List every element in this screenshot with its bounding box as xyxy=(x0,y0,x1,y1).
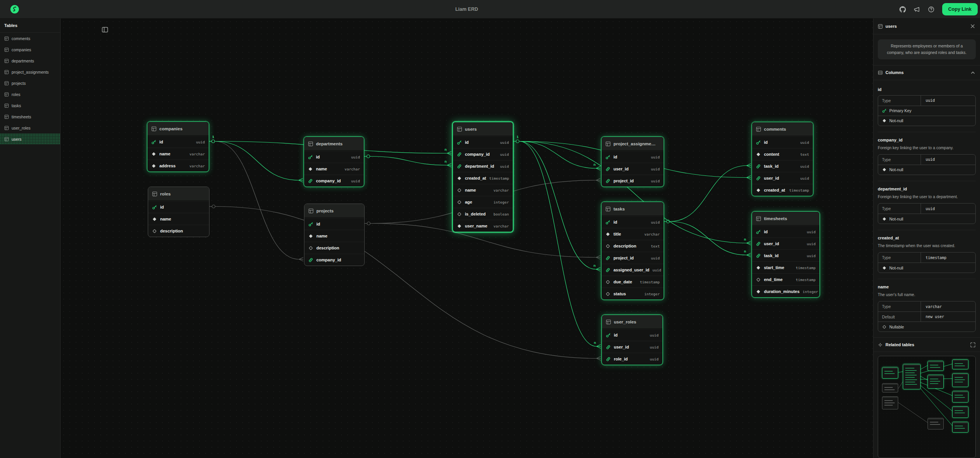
table-name: projects xyxy=(316,209,334,213)
column-row-companies-address[interactable]: addressvarchar xyxy=(147,160,209,172)
help-icon[interactable] xyxy=(928,6,934,13)
close-icon[interactable] xyxy=(970,23,976,29)
column-row-departments-id[interactable]: iduuid xyxy=(304,151,364,163)
column-row-tasks-due_date[interactable]: due_datetimestamp xyxy=(602,276,664,288)
sidebar-item-departments[interactable]: departments xyxy=(0,55,60,66)
column-row-comments-task_id[interactable]: task_iduuid xyxy=(752,160,813,172)
table-icon xyxy=(4,103,9,108)
column-row-project_assignments-project_id[interactable]: project_iduuid xyxy=(602,175,664,187)
table-node-companies[interactable]: companiesiduuidnamevarcharaddressvarchar xyxy=(147,121,209,172)
column-name: name xyxy=(159,152,171,156)
column-row-projects-description[interactable]: description xyxy=(304,242,364,254)
column-row-users-company_id[interactable]: company_iduuid xyxy=(453,148,513,160)
column-row-timesheets-user_id[interactable]: user_iduuid xyxy=(752,237,819,249)
column-row-roles-description[interactable]: description xyxy=(148,225,209,237)
column-row-timesheets-duration_minutes[interactable]: duration_minutesinteger xyxy=(752,285,819,297)
column-row-timesheets-task_id[interactable]: task_iduuid xyxy=(752,249,819,261)
column-row-departments-name[interactable]: namevarchar xyxy=(304,163,364,175)
chevron-up-icon[interactable] xyxy=(970,70,976,76)
column-row-timesheets-end_time[interactable]: end_timetimestamp xyxy=(752,273,819,285)
table-name: user_roles xyxy=(614,320,636,324)
table-node-projects[interactable]: projectsidnamedescriptioncompany_id xyxy=(304,204,365,266)
svg-text:1: 1 xyxy=(517,135,519,139)
table-node-tasks[interactable]: tasksiduuidtitlevarchardescriptiontextpr… xyxy=(601,202,664,300)
sidebar-item-tasks[interactable]: tasks xyxy=(0,100,60,111)
table-node-departments[interactable]: departmentsiduuidnamevarcharcompany_iduu… xyxy=(304,136,364,187)
erd-canvas[interactable]: 11nn1nnnnn companiesiduuidnamevarcharadd… xyxy=(61,19,873,458)
column-row-users-age[interactable]: ageinteger xyxy=(453,196,513,208)
column-row-projects-company_id[interactable]: company_id xyxy=(304,254,364,266)
column-row-users-is_deleted[interactable]: is_deletedboolean xyxy=(453,208,513,220)
column-row-timesheets-id[interactable]: iduuid xyxy=(752,226,819,237)
copy-link-button[interactable]: Copy Link xyxy=(942,3,978,15)
column-row-comments-content[interactable]: contenttext xyxy=(752,148,813,160)
column-type: uuid xyxy=(800,176,809,180)
diamond-outline-icon xyxy=(605,280,610,285)
app-title: Liam ERD xyxy=(61,0,873,19)
column-row-companies-name[interactable]: namevarchar xyxy=(147,148,209,160)
column-row-tasks-description[interactable]: descriptiontext xyxy=(602,240,664,252)
panel-toggle-button[interactable] xyxy=(101,25,109,34)
column-row-user_roles-role_id[interactable]: role_iduuid xyxy=(602,353,662,365)
diamond-filled-icon xyxy=(605,232,610,237)
megaphone-icon[interactable] xyxy=(914,6,920,13)
column-row-comments-user_id[interactable]: user_iduuid xyxy=(752,172,813,184)
column-name: user_id xyxy=(613,167,629,171)
sidebar-item-roles[interactable]: roles xyxy=(0,89,60,100)
sidebar-item-label: timesheets xyxy=(12,114,31,119)
column-row-companies-id[interactable]: iduuid xyxy=(147,136,209,148)
column-row-project_assignments-id[interactable]: iduuid xyxy=(602,151,664,163)
sidebar-item-comments[interactable]: comments xyxy=(0,33,60,44)
column-row-users-name[interactable]: namevarchar xyxy=(453,184,513,196)
sidebar-item-projects[interactable]: projects xyxy=(0,77,60,89)
column-name: created_at xyxy=(764,188,785,192)
column-row-user_roles-user_id[interactable]: user_iduuid xyxy=(602,341,662,353)
column-row-tasks-status[interactable]: statusinteger xyxy=(602,288,664,300)
column-row-comments-created_at[interactable]: created_attimestamp xyxy=(752,184,813,196)
column-row-departments-company_id[interactable]: company_iduuid xyxy=(304,175,364,187)
fit-view-icon[interactable] xyxy=(970,342,976,348)
diamond-outline-icon xyxy=(308,246,313,251)
sidebar-item-project_assignments[interactable]: project_assignments xyxy=(0,66,60,77)
table-node-users[interactable]: usersiduuidcompany_iduuiddepartment_iduu… xyxy=(452,121,514,232)
related-tables-minimap[interactable] xyxy=(878,356,976,458)
flag-label: Not-null xyxy=(889,266,903,270)
sidebar-header: Tables xyxy=(0,19,60,33)
column-row-comments-id[interactable]: iduuid xyxy=(752,136,813,148)
column-row-users-user_name[interactable]: user_namevarchar xyxy=(453,220,513,232)
table-node-roles[interactable]: rolesidnamedescription xyxy=(148,187,210,237)
table-node-user_roles[interactable]: user_rolesiduuiduser_iduuidrole_iduuid xyxy=(602,315,663,365)
table-node-project_assignments[interactable]: project_assignme…iduuiduser_iduuidprojec… xyxy=(601,136,664,187)
column-row-users-id[interactable]: iduuid xyxy=(453,136,513,148)
sidebar-list: commentscompaniesdepartmentsproject_assi… xyxy=(0,33,60,145)
column-row-projects-name[interactable]: name xyxy=(304,230,364,242)
column-row-tasks-title[interactable]: titlevarchar xyxy=(602,228,664,240)
column-row-tasks-id[interactable]: iduuid xyxy=(602,216,664,228)
sidebar-item-timesheets[interactable]: timesheets xyxy=(0,111,60,122)
column-row-project_assignments-user_id[interactable]: user_iduuid xyxy=(602,163,664,175)
column-row-roles-id[interactable]: id xyxy=(148,201,209,213)
sidebar-item-companies[interactable]: companies xyxy=(0,44,60,55)
column-type: uuid xyxy=(807,230,816,234)
column-row-tasks-project_id[interactable]: project_iduuid xyxy=(602,252,664,264)
sidebar-item-user_roles[interactable]: user_roles xyxy=(0,122,60,133)
diamond-filled-icon xyxy=(882,266,887,270)
table-name: users xyxy=(465,127,477,131)
column-row-tasks-assigned_user_id[interactable]: assigned_user_iduuid xyxy=(602,264,664,276)
column-row-projects-id[interactable]: id xyxy=(304,218,364,230)
column-row-user_roles-id[interactable]: iduuid xyxy=(602,329,662,341)
column-card-department_id: department_idForeign key linking the use… xyxy=(878,181,976,224)
column-name: created_at xyxy=(465,176,486,180)
table-node-timesheets[interactable]: timesheetsiduuiduser_iduuidtask_iduuidst… xyxy=(752,211,820,298)
table-node-comments[interactable]: commentsiduuidcontenttexttask_iduuiduser… xyxy=(752,122,813,196)
column-row-users-created_at[interactable]: created_attimestamp xyxy=(453,172,513,184)
column-row-timesheets-start_time[interactable]: start_timetimestamp xyxy=(752,261,819,273)
column-name: name xyxy=(316,167,327,171)
table-name: roles xyxy=(160,192,171,196)
column-row-users-department_id[interactable]: department_iduuid xyxy=(453,160,513,172)
column-type: varchar xyxy=(493,224,509,228)
github-icon[interactable] xyxy=(899,6,906,13)
column-row-roles-name[interactable]: name xyxy=(148,213,209,225)
column-type: boolean xyxy=(493,212,509,216)
sidebar-item-users[interactable]: users xyxy=(0,133,60,145)
